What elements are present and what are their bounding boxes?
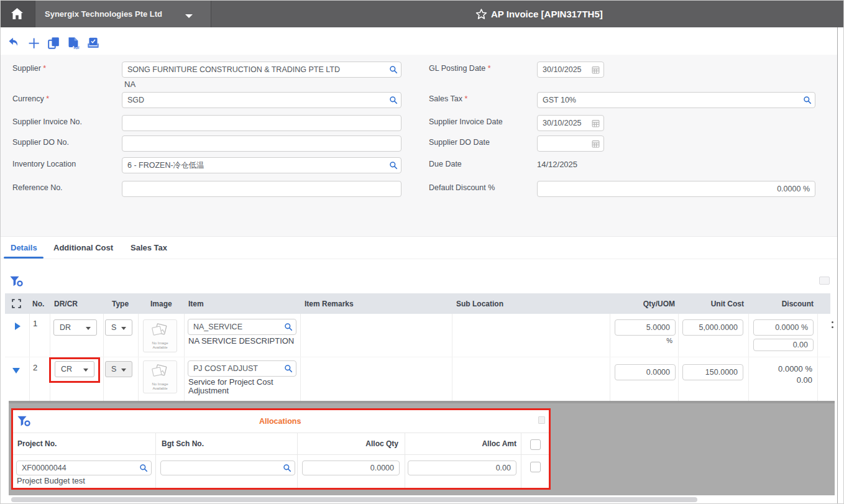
svg-text:PDF: PDF (73, 47, 80, 50)
